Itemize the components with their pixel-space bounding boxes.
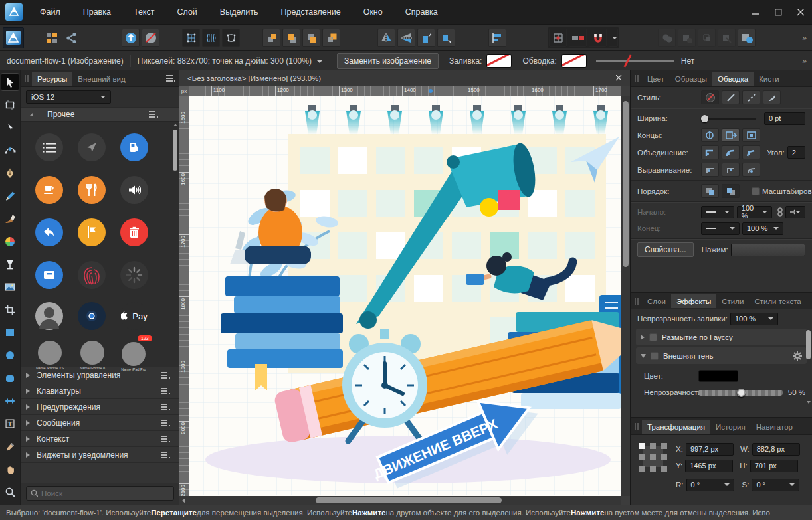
- miter-field[interactable]: 2: [787, 146, 805, 159]
- tool-rectangle[interactable]: [1, 325, 19, 341]
- x-field[interactable]: 997,2 px: [686, 443, 734, 456]
- assets-scrollbar[interactable]: [172, 123, 178, 366]
- move-forward-button[interactable]: [282, 29, 300, 47]
- width-field[interactable]: 0 pt: [764, 112, 805, 125]
- image-dpi-info[interactable]: Пикселей: 882x700; точек на дюйм: 300 (1…: [138, 56, 312, 66]
- effect-gaussian-blur-row[interactable]: Размытие по Гауссу: [636, 329, 807, 345]
- anchor-point-selector[interactable]: [639, 442, 669, 474]
- device-thumb[interactable]: [122, 342, 146, 366]
- ruler-unit[interactable]: px: [179, 86, 189, 96]
- pressure-profile-field[interactable]: [731, 244, 805, 256]
- category-keyboards[interactable]: Клавиатуры: [21, 383, 179, 399]
- tool-frame-text[interactable]: T: [1, 416, 19, 432]
- panel-menu-icon[interactable]: [166, 75, 175, 82]
- tool-zoom[interactable]: [1, 484, 19, 501]
- join-round-button[interactable]: [722, 145, 740, 159]
- effect-outer-shadow-row[interactable]: Внешняя тень: [636, 347, 807, 364]
- category-widgets[interactable]: Виджеты и уведомления: [21, 447, 179, 463]
- snapping-magnet-button[interactable]: [589, 29, 607, 47]
- apple-pay-icon[interactable]: Pay: [120, 302, 148, 330]
- cap-round-button[interactable]: [722, 128, 740, 142]
- distort-button[interactable]: [222, 29, 240, 47]
- vertical-scrollbar[interactable]: [621, 96, 630, 496]
- category-context[interactable]: Контекст: [21, 431, 179, 447]
- swap-ends-button[interactable]: [785, 206, 805, 218]
- stroke-style-solid-button[interactable]: [722, 90, 740, 104]
- tool-artboard[interactable]: [1, 96, 19, 113]
- tab-text-styles[interactable]: Стили текста: [749, 294, 806, 308]
- start-scale-dropdown[interactable]: 100 %: [737, 206, 772, 218]
- export-persona-button[interactable]: [62, 29, 80, 47]
- menu-item-help[interactable]: Справка: [394, 1, 449, 23]
- move-to-back-button[interactable]: [322, 29, 340, 47]
- fingerprint-icon[interactable]: [78, 261, 106, 289]
- search-box[interactable]: [26, 486, 174, 501]
- tool-vector-crop[interactable]: [1, 302, 19, 318]
- tab-stroke[interactable]: Обводка: [712, 72, 754, 86]
- minimize-icon[interactable]: [744, 0, 767, 24]
- search-input[interactable]: [41, 489, 169, 497]
- fuel-icon[interactable]: [120, 133, 148, 161]
- trash-icon[interactable]: [120, 218, 148, 246]
- tool-place-image[interactable]: [1, 279, 19, 296]
- tab-transform[interactable]: Трансформация: [642, 420, 710, 434]
- context-overflow-chevron[interactable]: »: [802, 56, 807, 66]
- tool-transparency[interactable]: [1, 256, 19, 273]
- panel-drag-handle[interactable]: [635, 423, 639, 430]
- menu-item-file[interactable]: Файл: [29, 1, 72, 23]
- tool-point-transform[interactable]: [1, 142, 19, 159]
- document-tab[interactable]: <Без заголовка> [Изменено] (293.0%): [179, 70, 630, 86]
- tool-color-picker[interactable]: [1, 438, 19, 455]
- tool-pen[interactable]: [1, 165, 19, 181]
- align-outside-button[interactable]: [742, 163, 760, 177]
- document-close-icon[interactable]: [616, 75, 622, 81]
- restaurant-icon[interactable]: [78, 176, 106, 204]
- cap-square-button[interactable]: [742, 128, 760, 142]
- tab-appearance[interactable]: Внешний вид: [72, 72, 130, 86]
- list-icon[interactable]: [35, 133, 63, 161]
- panel-drag-handle[interactable]: [635, 298, 639, 305]
- panel-drag-handle[interactable]: [635, 75, 639, 82]
- tool-vector-brush[interactable]: [1, 211, 19, 227]
- archive-icon[interactable]: [35, 261, 63, 289]
- tab-colour[interactable]: Цвет: [642, 72, 670, 86]
- menu-item-view[interactable]: Представление: [270, 1, 352, 23]
- rotate-ccw-button[interactable]: [417, 29, 435, 47]
- insert-behind-button[interactable]: [122, 29, 140, 47]
- scale-checkbox[interactable]: [752, 187, 760, 195]
- stroke-width-slider[interactable]: [596, 54, 674, 68]
- stroke-swatch[interactable]: [561, 54, 587, 68]
- dpi-caret-icon[interactable]: [317, 60, 322, 63]
- navigation-icon[interactable]: [78, 133, 106, 161]
- gaussian-blur-checkbox[interactable]: [649, 333, 657, 341]
- menu-item-text[interactable]: Текст: [122, 1, 165, 23]
- r-field[interactable]: 0 °: [686, 479, 734, 491]
- category-clipped[interactable]: [21, 463, 179, 483]
- stroke-style-dash-button[interactable]: [742, 90, 760, 104]
- tool-arrow-shape[interactable]: [1, 393, 19, 410]
- mesh-warp-button[interactable]: [182, 29, 200, 47]
- boolean-combine-button[interactable]: [738, 29, 756, 47]
- panel-drag-handle[interactable]: [25, 75, 29, 82]
- tool-ellipse[interactable]: [1, 347, 19, 364]
- device-thumb[interactable]: [38, 341, 62, 365]
- flip-vertical-button[interactable]: [397, 29, 415, 47]
- category-alerts[interactable]: Предупреждения: [21, 399, 179, 415]
- snapping-options-caret[interactable]: [609, 29, 618, 47]
- alignment-button[interactable]: [488, 29, 506, 47]
- stroke-style-none-button[interactable]: [701, 90, 719, 104]
- perspective-button[interactable]: [202, 29, 220, 47]
- pixel-persona-button[interactable]: [43, 29, 60, 47]
- stroke-style-brush-button[interactable]: [763, 90, 781, 104]
- reply-icon[interactable]: [35, 218, 63, 246]
- cap-butt-button[interactable]: [701, 128, 719, 142]
- align-inside-button[interactable]: [722, 163, 740, 177]
- rotate-cw-button[interactable]: [437, 29, 455, 47]
- menu-item-select[interactable]: Выделить: [209, 1, 270, 23]
- gear-icon[interactable]: [793, 351, 802, 361]
- category-messages[interactable]: Сообщения: [21, 415, 179, 431]
- close-icon[interactable]: [789, 0, 812, 24]
- tool-pencil[interactable]: [1, 188, 19, 205]
- document-viewport[interactable]: ДВИЖЕНИЕ ВВЕРХ: [189, 96, 621, 496]
- shadow-opacity-slider[interactable]: [698, 390, 783, 396]
